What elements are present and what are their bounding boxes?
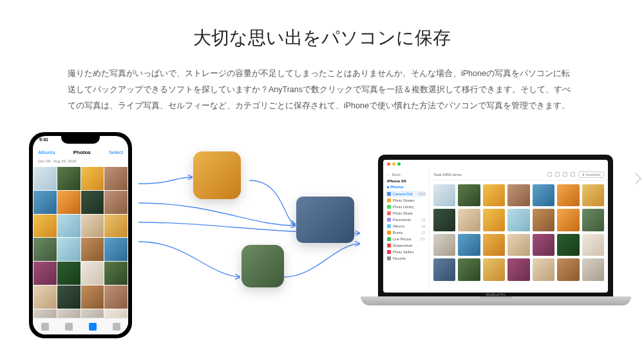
photo-thumbnail[interactable]	[104, 167, 128, 190]
photo-thumbnail[interactable]	[483, 184, 505, 206]
photo-thumbnail[interactable]	[582, 209, 604, 231]
photo-thumbnail[interactable]	[557, 184, 579, 206]
photo-thumbnail[interactable]	[433, 234, 455, 256]
float-photo-3	[242, 245, 284, 287]
photo-thumbnail[interactable]	[433, 184, 455, 206]
sidebar-item-count: 171	[420, 237, 425, 241]
photo-thumbnail[interactable]	[557, 258, 579, 280]
photo-thumbnail[interactable]	[104, 262, 128, 285]
photo-thumbnail[interactable]	[533, 234, 554, 256]
photo-thumbnail[interactable]	[81, 167, 104, 190]
photo-thumbnail[interactable]	[104, 215, 128, 238]
sidebar-section: ■ Photos	[387, 185, 426, 189]
photo-thumbnail[interactable]	[104, 238, 128, 261]
sidebar-item[interactable]: Camera Roll2023	[386, 191, 426, 197]
sidebar-back[interactable]: ← Back	[387, 173, 426, 177]
photo-thumbnail[interactable]	[33, 215, 57, 238]
photo-thumbnail[interactable]	[33, 262, 57, 285]
sidebar-item[interactable]: Panoramas13	[386, 217, 426, 223]
photo-thumbnail[interactable]	[507, 258, 529, 280]
sidebar-item[interactable]: Photo Selfies	[386, 249, 426, 255]
photo-thumbnail[interactable]	[57, 215, 80, 238]
photo-thumbnail[interactable]	[507, 209, 529, 231]
photo-thumbnail[interactable]	[507, 184, 529, 206]
download-button[interactable]: ⬇ Download	[578, 171, 604, 178]
photo-thumbnail[interactable]	[81, 238, 104, 261]
photo-thumbnail[interactable]	[33, 238, 57, 261]
total-count: Total 2059 items	[433, 173, 462, 177]
photo-thumbnail[interactable]	[104, 191, 128, 214]
tool-delete-icon[interactable]	[563, 172, 567, 177]
window-controls[interactable]	[387, 162, 401, 166]
photo-thumbnail[interactable]	[57, 167, 80, 190]
sidebar-item[interactable]: Photo Library	[386, 204, 426, 210]
photo-thumbnail[interactable]	[57, 238, 80, 261]
photo-thumbnail[interactable]	[33, 167, 57, 190]
carousel-next-button[interactable]	[634, 169, 643, 188]
sidebar-item-label: Panoramas	[393, 218, 411, 222]
photo-thumbnail[interactable]	[458, 258, 480, 280]
sidebar-item-count: 17	[421, 231, 425, 235]
photo-thumbnail[interactable]	[533, 209, 554, 231]
minimize-icon[interactable]	[392, 162, 395, 166]
photo-thumbnail[interactable]	[557, 209, 579, 231]
float-photo-1	[193, 151, 241, 199]
photo-thumbnail[interactable]	[104, 285, 128, 309]
photo-thumbnail[interactable]	[81, 262, 104, 285]
sidebar-item[interactable]: Screenshots	[386, 242, 426, 249]
macbook-device: ← Back iPhone XS ■ Photos Camera Roll202…	[378, 155, 613, 305]
maximize-icon[interactable]	[397, 162, 401, 166]
photo-thumbnail[interactable]	[483, 234, 505, 256]
tab-foryou-icon[interactable]	[65, 323, 73, 331]
photo-thumbnail[interactable]	[57, 191, 80, 214]
sidebar-item[interactable]: Live Photos171	[386, 236, 426, 242]
tool-add-icon[interactable]	[555, 172, 560, 177]
sidebar-item[interactable]: Favorite	[386, 255, 426, 262]
photo-thumbnail[interactable]	[458, 209, 480, 231]
photo-thumbnail[interactable]	[33, 191, 57, 214]
sidebar-item[interactable]: Bursts17	[386, 229, 426, 236]
photo-thumbnail[interactable]	[433, 209, 455, 231]
tool-export-icon[interactable]	[571, 172, 575, 177]
close-icon[interactable]	[387, 162, 390, 166]
photo-thumbnail[interactable]	[33, 309, 57, 318]
photo-thumbnail[interactable]	[81, 191, 104, 214]
sidebar-device: iPhone XS	[387, 179, 426, 183]
tab-library-icon[interactable]	[41, 323, 49, 331]
photo-thumbnail[interactable]	[557, 234, 579, 256]
sidebar-item[interactable]: Photo Stream	[386, 197, 426, 204]
photo-thumbnail[interactable]	[458, 184, 480, 206]
photo-thumbnail[interactable]	[81, 309, 104, 318]
photo-thumbnail[interactable]	[81, 285, 104, 309]
sidebar-item-label: Albums	[393, 224, 404, 228]
photo-thumbnail[interactable]	[57, 309, 80, 318]
photo-thumbnail[interactable]	[507, 234, 529, 256]
tab-search-icon[interactable]	[113, 323, 120, 331]
photo-thumbnail[interactable]	[33, 285, 57, 309]
photo-thumbnail[interactable]	[57, 285, 80, 309]
photo-thumbnail[interactable]	[104, 309, 128, 318]
photo-thumbnail[interactable]	[582, 234, 604, 256]
app-sidebar: ← Back iPhone XS ■ Photos Camera Roll202…	[383, 169, 430, 293]
tool-refresh-icon[interactable]	[547, 172, 552, 177]
photo-thumbnail[interactable]	[57, 262, 80, 285]
sidebar-item[interactable]: Albums13	[386, 223, 426, 229]
tab-albums-icon[interactable]	[89, 323, 97, 331]
photo-thumbnail[interactable]	[582, 258, 604, 280]
sidebar-item[interactable]: Photo Share	[386, 210, 426, 217]
photo-thumbnail[interactable]	[81, 215, 104, 238]
photo-thumbnail[interactable]	[483, 209, 505, 231]
photo-thumbnail[interactable]	[433, 258, 455, 280]
photo-thumbnail[interactable]	[533, 258, 554, 280]
app-photos-grid[interactable]	[430, 180, 608, 285]
screen-title: Photos	[73, 150, 91, 155]
back-button[interactable]: Albums	[38, 150, 55, 155]
photo-thumbnail[interactable]	[458, 234, 480, 256]
sidebar-item-label: Photo Stream	[393, 198, 415, 202]
photo-thumbnail[interactable]	[483, 258, 505, 280]
photo-thumbnail[interactable]	[582, 184, 604, 206]
photo-thumbnail[interactable]	[533, 184, 554, 206]
iphone-device: 9:41 Albums Photos Select Dec 28 - Aug 2…	[29, 132, 132, 338]
select-button[interactable]: Select	[109, 150, 123, 155]
photos-grid[interactable]	[33, 167, 128, 318]
